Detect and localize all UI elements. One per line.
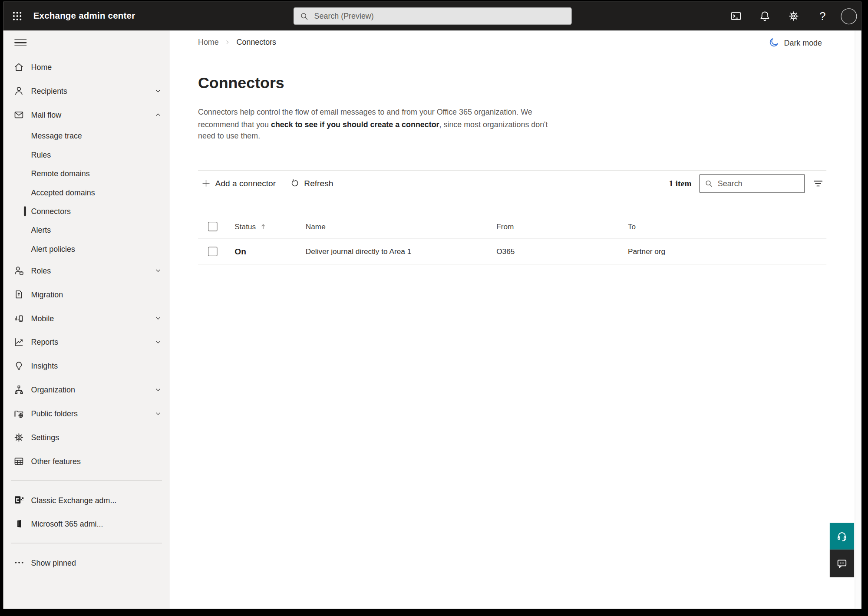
filter-button[interactable] bbox=[810, 175, 826, 191]
list-toolbar: Add a connector Refresh 1 item bbox=[198, 171, 826, 196]
column-header-to[interactable]: To bbox=[618, 222, 826, 231]
dark-mode-toggle[interactable]: Dark mode bbox=[769, 37, 822, 48]
sidebar-item-roles[interactable]: Roles bbox=[3, 258, 170, 282]
sidebar-item-home[interactable]: Home bbox=[3, 55, 170, 79]
row-name[interactable]: Deliver journal directly to Area 1 bbox=[296, 247, 486, 255]
sidebar-divider bbox=[11, 543, 162, 543]
m365-logo-icon bbox=[13, 518, 25, 530]
bell-icon bbox=[759, 10, 771, 22]
chevron-right-icon bbox=[224, 39, 231, 45]
mail-icon bbox=[13, 109, 25, 120]
notifications-button[interactable] bbox=[754, 5, 776, 27]
row-checkbox[interactable] bbox=[208, 247, 218, 256]
scrollbar-track[interactable] bbox=[855, 30, 861, 609]
row-to: Partner org bbox=[618, 247, 826, 255]
row-from: O365 bbox=[486, 247, 618, 255]
sidebar-divider bbox=[11, 480, 162, 481]
create-connector-check-link[interactable]: check to see if you should create a conn… bbox=[271, 119, 439, 128]
account-avatar[interactable] bbox=[841, 8, 857, 24]
search-icon bbox=[704, 179, 713, 188]
chevron-down-icon bbox=[154, 267, 162, 274]
sidebar-item-connectors[interactable]: Connectors bbox=[3, 202, 170, 221]
column-header-status[interactable]: Status bbox=[224, 222, 295, 231]
content-pane: Home Connectors Dark mode Connectors Con… bbox=[170, 30, 861, 609]
list-search-box[interactable] bbox=[700, 174, 805, 192]
sidebar-item-show-pinned[interactable]: Show pinned bbox=[3, 550, 170, 574]
sidebar-item-recipients[interactable]: Recipients bbox=[3, 79, 170, 102]
sidebar-item-remote-domains[interactable]: Remote domains bbox=[3, 164, 170, 183]
gear-icon bbox=[13, 432, 25, 443]
sidebar-item-organization[interactable]: Organization bbox=[3, 378, 170, 402]
table-icon bbox=[13, 455, 25, 467]
filter-icon bbox=[812, 178, 824, 189]
roles-icon bbox=[13, 265, 25, 276]
sidebar-item-rules[interactable]: Rules bbox=[3, 145, 170, 164]
sidebar-item-accepted-domains[interactable]: Accepted domains bbox=[3, 183, 170, 202]
toolbar-right: 1 item bbox=[669, 174, 827, 192]
list-search-input[interactable] bbox=[718, 179, 800, 188]
hamburger-menu-button[interactable] bbox=[14, 36, 26, 49]
topbar-actions: ? bbox=[726, 2, 857, 30]
add-connector-button[interactable]: Add a connector bbox=[198, 176, 279, 190]
ellipsis-icon bbox=[13, 557, 25, 568]
sidebar-item-m365-admin[interactable]: Microsoft 365 admi... bbox=[3, 512, 170, 536]
breadcrumb: Home Connectors Dark mode bbox=[198, 36, 826, 48]
mobile-icon bbox=[13, 313, 25, 324]
sidebar-item-public-folders[interactable]: Public folders bbox=[3, 402, 170, 425]
column-header-from[interactable]: From bbox=[486, 222, 618, 231]
headset-icon bbox=[836, 530, 848, 542]
app-launcher-icon bbox=[12, 10, 23, 22]
migration-icon bbox=[13, 289, 25, 300]
sidebar-item-message-trace[interactable]: Message trace bbox=[3, 126, 170, 145]
row-status: On bbox=[224, 247, 295, 256]
settings-button[interactable] bbox=[783, 5, 805, 27]
sidebar-item-other-features[interactable]: Other features bbox=[3, 449, 170, 473]
gear-icon bbox=[788, 10, 800, 22]
help-support-button[interactable] bbox=[830, 523, 854, 550]
table-row[interactable]: On Deliver journal directly to Area 1 O3… bbox=[198, 239, 826, 264]
sidebar-item-alert-policies[interactable]: Alert policies bbox=[3, 240, 170, 258]
screen: Exchange admin center bbox=[0, 0, 868, 616]
org-chart-icon bbox=[13, 384, 25, 395]
app-launcher-button[interactable] bbox=[3, 2, 31, 30]
sidebar-item-mobile[interactable]: Mobile bbox=[3, 306, 170, 330]
table-header-row: Status Name From To bbox=[198, 214, 826, 239]
chevron-up-icon bbox=[154, 111, 162, 119]
global-search-box[interactable] bbox=[293, 7, 571, 25]
sidebar-item-insights[interactable]: Insights bbox=[3, 354, 170, 378]
app-window: Exchange admin center bbox=[0, 0, 868, 616]
breadcrumb-home-link[interactable]: Home bbox=[198, 38, 219, 46]
item-count: 1 item bbox=[669, 178, 692, 188]
cloud-shell-button[interactable] bbox=[726, 5, 747, 27]
column-header-name[interactable]: Name bbox=[296, 222, 486, 231]
moon-icon bbox=[769, 37, 779, 48]
sidebar-item-mail-flow[interactable]: Mail flow bbox=[3, 102, 170, 126]
sidebar-item-migration[interactable]: Migration bbox=[3, 282, 170, 306]
global-search-input[interactable] bbox=[314, 12, 566, 20]
topbar: Exchange admin center bbox=[3, 2, 861, 30]
main-area: Home Recipients Mail flow bbox=[3, 30, 861, 609]
feedback-bubble-icon bbox=[836, 557, 848, 570]
app-title: Exchange admin center bbox=[33, 11, 135, 21]
refresh-button[interactable]: Refresh bbox=[287, 176, 337, 190]
sidebar-item-reports[interactable]: Reports bbox=[3, 330, 170, 354]
feedback-button[interactable] bbox=[830, 550, 854, 577]
page-title: Connectors bbox=[198, 74, 826, 92]
exchange-admin-center: Exchange admin center bbox=[3, 2, 861, 609]
home-icon bbox=[13, 61, 25, 72]
chevron-down-icon bbox=[154, 87, 162, 95]
chevron-down-icon bbox=[154, 409, 162, 417]
sidebar-item-alerts[interactable]: Alerts bbox=[3, 221, 170, 239]
search-icon bbox=[299, 11, 309, 21]
person-icon bbox=[13, 85, 25, 96]
help-button[interactable]: ? bbox=[812, 5, 833, 27]
chevron-down-icon bbox=[154, 314, 162, 322]
help-icon: ? bbox=[819, 10, 825, 22]
select-all-checkbox[interactable] bbox=[208, 221, 218, 231]
sidebar-collapse-row bbox=[3, 30, 170, 55]
sidebar-item-settings[interactable]: Settings bbox=[3, 425, 170, 449]
sidebar: Home Recipients Mail flow bbox=[3, 30, 170, 609]
cloud-shell-icon bbox=[730, 10, 742, 22]
sidebar-item-classic-exchange[interactable]: Classic Exchange adm... bbox=[3, 488, 170, 512]
page-description: Connectors help control the flow of emai… bbox=[198, 106, 564, 142]
